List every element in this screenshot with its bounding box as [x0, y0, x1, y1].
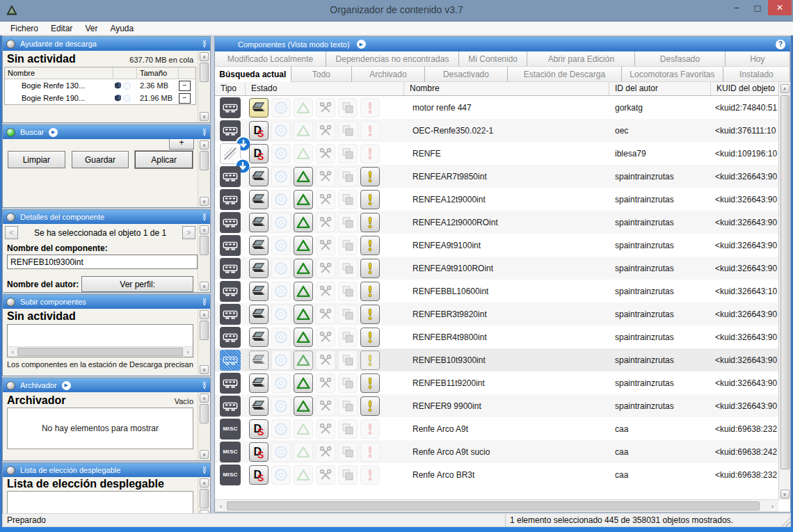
scroll-down-icon[interactable]: ∨ [200, 450, 209, 459]
scroll-down-icon[interactable]: ∨ [200, 282, 209, 291]
menu-item-ver[interactable]: Ver [79, 22, 104, 35]
table-row[interactable]: RENFEBR3t9820intspaintrainzrutas<kuid:32… [215, 303, 790, 325]
limpiar-button[interactable]: Limpiar [8, 151, 65, 168]
collapse-icon[interactable]: ∨∨ [202, 467, 207, 474]
download-item[interactable]: Bogie Renfe 130...2.36 MB− [5, 79, 195, 92]
minimize-button[interactable]: ─ [726, 0, 747, 15]
scroll-left-icon[interactable]: ‹ [215, 503, 227, 510]
download-item[interactable]: Bogie Renfe 190...21.96 MB− [5, 92, 195, 104]
table-row[interactable]: RENFEA9t9100ROintspaintrainzrutas<kuid:3… [215, 257, 790, 280]
scroll-thumb[interactable] [200, 236, 209, 255]
scroll-down-icon[interactable]: ∨ [200, 365, 209, 374]
play-icon[interactable]: ▶ [62, 381, 71, 390]
table-row[interactable]: RENFEBR4t9800intspaintrainzrutas<kuid:32… [215, 325, 790, 348]
help-icon[interactable]: ? [776, 40, 785, 49]
column-header-id-del-autor[interactable]: ID del autor [609, 82, 711, 95]
remove-download-button[interactable]: − [179, 93, 191, 104]
table-row[interactable]: RENFEBBL10600intspaintrainzrutas<kuid:32… [215, 280, 790, 303]
tab-modificado-localmente[interactable]: Modificado Localmente [215, 51, 326, 67]
panel-upload-header[interactable]: Subir componentes ∨∨ [3, 295, 210, 309]
scroll-left-icon[interactable]: ‹ [8, 349, 17, 355]
tab-dependencias-no-encontradas[interactable]: Dependencias no encontradas [326, 51, 459, 67]
scroll-down-icon[interactable]: ∨ [200, 197, 209, 206]
table-row[interactable]: MISCDSRenfe Arco BR3tcaa<kuid:69638:232 [215, 463, 790, 486]
tab-hoy[interactable]: Hoy [726, 51, 790, 67]
play-icon[interactable]: ▶ [49, 128, 58, 137]
scroll-up-icon[interactable]: ∧ [200, 310, 209, 319]
collapse-icon[interactable]: ∨∨ [202, 382, 207, 389]
table-hscrollbar[interactable]: ‹ › [215, 499, 790, 512]
table-row[interactable]: RENFEAR7t9850intspaintrainzrutas<kuid:32… [215, 165, 790, 188]
table-row[interactable]: DSOEC-Renfe350.022-1oec<kuid:376111:10 [215, 119, 790, 142]
download-col-size[interactable]: Tamaño [137, 67, 179, 79]
scroll-down-icon[interactable]: ∨ [200, 112, 209, 121]
scroll-thumb[interactable] [200, 489, 209, 508]
tab-desfasado[interactable]: Desfasado [635, 51, 725, 67]
scroll-thumb[interactable] [17, 348, 183, 356]
collapse-icon[interactable]: ∨∨ [202, 213, 207, 220]
tab-mi-contenido[interactable]: Mi Contenido [459, 51, 528, 67]
tab-archivado[interactable]: Archivado [352, 67, 425, 82]
table-row[interactable]: RENFEA12t9000intspaintrainzrutas<kuid:32… [215, 188, 790, 211]
download-scrollbar[interactable]: ∧ ∨ [198, 51, 210, 122]
panel-details-header[interactable]: Detalles del componente ∨∨ [3, 210, 210, 224]
add-filter-button[interactable]: + [169, 139, 194, 150]
column-header-tipo[interactable]: Tipo [215, 82, 246, 95]
column-header-nombre[interactable]: Nombre [404, 82, 609, 95]
scroll-thumb[interactable] [227, 501, 760, 510]
scroll-up-icon[interactable]: ∧ [200, 140, 209, 150]
next-object-button[interactable]: > [182, 226, 195, 239]
table-row[interactable]: RENFEB10t9300intspaintrainzrutas<kuid:32… [215, 348, 790, 371]
prev-object-button[interactable]: < [5, 226, 18, 239]
collapse-icon[interactable]: ∨∨ [202, 40, 207, 47]
collapse-icon[interactable]: ∨∨ [202, 298, 207, 305]
panel-dropdown-header[interactable]: Lista de elección desplegable ∨∨ [3, 463, 210, 477]
download-col-name[interactable]: Nombre [5, 67, 113, 79]
panel-archiver-header[interactable]: Archivador ▶ ∨∨ [3, 378, 210, 392]
menu-item-editar[interactable]: Editar [45, 22, 79, 35]
table-row[interactable]: MISCDSRenfe Arco A9tcaa<kuid:69638:232 [215, 417, 790, 440]
tab-abrir-para-edición[interactable]: Abrir para Edición [527, 51, 635, 67]
table-row[interactable]: RENFEA12t9000ROintspaintrainzrutas<kuid:… [215, 211, 790, 234]
view-profile-button[interactable]: Ver perfil: [81, 276, 193, 292]
scroll-thumb[interactable] [200, 63, 209, 82]
aplicar-button[interactable]: Aplicar [135, 151, 193, 168]
maximize-button[interactable]: □ [747, 0, 768, 15]
search-scrollbar[interactable]: ∧ ∨ [198, 139, 210, 207]
play-icon[interactable]: ▶ [357, 40, 366, 49]
scroll-right-icon[interactable]: › [767, 503, 778, 510]
panel-download-helper-header[interactable]: Ayudante de descarga ∨∨ [3, 37, 210, 51]
component-name-field[interactable] [7, 255, 198, 269]
panel-search-header[interactable]: Buscar ▶ ∨∨ [3, 125, 210, 139]
upload-scrollbar[interactable]: ∧ ∨ [198, 309, 210, 376]
close-button[interactable]: ✕ [768, 0, 792, 15]
tab-estación-de-descarga[interactable]: Estación de Descarga [508, 67, 622, 82]
table-vscrollbar[interactable]: ∧ ∨ [778, 82, 790, 500]
table-row[interactable]: DSRENFEiblesa79<kuid:109196:10 [215, 142, 790, 165]
scroll-thumb[interactable] [200, 404, 209, 424]
remove-download-button[interactable]: − [179, 81, 191, 91]
scroll-up-icon[interactable]: ∧ [200, 394, 209, 403]
scroll-up-icon[interactable]: ∧ [200, 52, 209, 61]
details-scrollbar[interactable]: ∧ ∨ [198, 224, 210, 292]
table-row[interactable]: RENFEA9t9100intspaintrainzrutas<kuid:326… [215, 234, 790, 257]
upload-hscrollbar[interactable]: ‹ › [8, 346, 193, 357]
scroll-up-icon[interactable]: ∧ [780, 84, 790, 93]
guardar-button[interactable]: Guardar [72, 151, 129, 168]
table-row[interactable]: RENFER9 9900intspaintrainzrutas<kuid:326… [215, 394, 790, 417]
scroll-up-icon[interactable]: ∧ [200, 478, 209, 487]
tab-locomotoras-favoritas[interactable]: Locomotoras Favoritas [622, 67, 723, 82]
tab-desactivado[interactable]: Desactivado [425, 67, 508, 82]
table-row[interactable]: MISCDSRenfe Arco A9t suciocaa<kuid:69638… [215, 440, 790, 463]
scroll-thumb[interactable] [200, 321, 209, 340]
scroll-thumb[interactable] [200, 151, 209, 170]
menu-item-ayuda[interactable]: Ayuda [104, 22, 140, 35]
archiver-scrollbar[interactable]: ∧ ∨ [198, 392, 210, 460]
tab-búsqueda-actual[interactable]: Búsqueda actual [215, 67, 291, 82]
table-row[interactable]: RENFEB11t9200intspaintrainzrutas<kuid:32… [215, 371, 790, 394]
dropdown-box[interactable] [7, 491, 193, 515]
collapse-icon[interactable]: ∨∨ [202, 129, 207, 136]
scroll-down-icon[interactable]: ∨ [780, 490, 790, 499]
scroll-up-icon[interactable]: ∧ [200, 225, 209, 234]
scroll-thumb[interactable] [780, 95, 790, 469]
